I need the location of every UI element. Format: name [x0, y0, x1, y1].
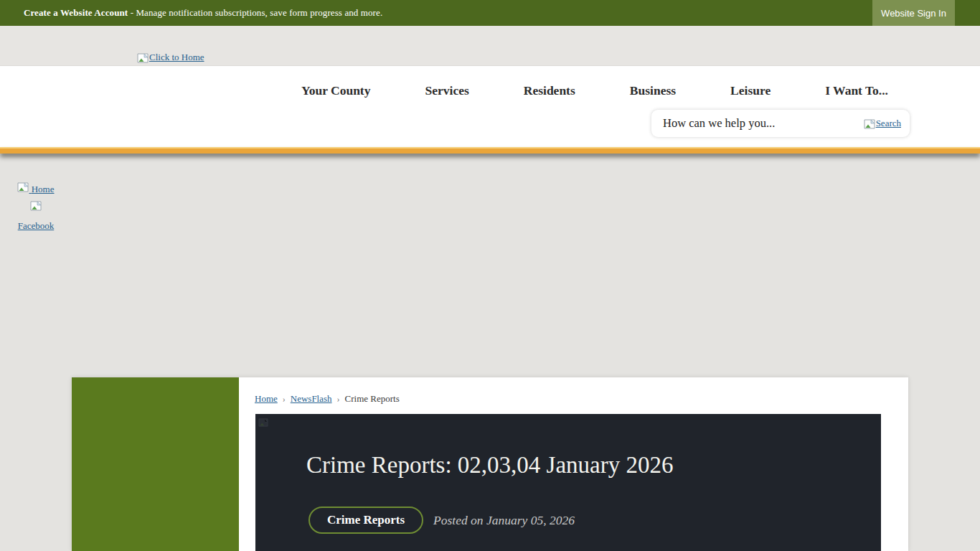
gold-accent-bar	[0, 147, 980, 154]
broken-image-icon	[137, 53, 149, 63]
article-panel: Crime Reports: 02,03,04 January 2026 Cri…	[255, 414, 881, 551]
home-logo-link[interactable]: Click to Home	[137, 52, 204, 63]
website-sign-in-button[interactable]: Website Sign In	[872, 0, 955, 26]
breadcrumb-newsflash-link[interactable]: NewsFlash	[291, 393, 332, 405]
nav-services[interactable]: Services	[425, 83, 469, 98]
nav-i-want-to[interactable]: I Want To...	[825, 83, 888, 98]
article-meta: Crime Reports Posted on January 05, 2026	[308, 506, 575, 534]
account-bar-text: Create a Website Account - Manage notifi…	[24, 7, 382, 19]
breadcrumb-separator: ›	[337, 394, 340, 405]
create-account-link[interactable]: Create a Website Account	[24, 7, 128, 18]
breadcrumb-home-link[interactable]: Home	[255, 393, 278, 405]
search-input[interactable]	[651, 110, 864, 137]
nav-business[interactable]: Business	[630, 83, 676, 98]
category-badge[interactable]: Crime Reports	[308, 507, 423, 534]
breadcrumb: Home › NewsFlash › Crime Reports	[255, 393, 400, 405]
home-logo-label: Click to Home	[149, 52, 204, 63]
breadcrumb-current: Crime Reports	[345, 393, 400, 405]
broken-image-icon	[17, 182, 29, 192]
nav-leisure[interactable]: Leisure	[730, 83, 771, 98]
search-submit-link[interactable]: Search	[864, 118, 901, 129]
account-bar-subtext: - Manage notification subscriptions, sav…	[131, 7, 383, 18]
quick-link-home-label: Home	[32, 184, 55, 194]
broken-image-icon	[864, 119, 875, 129]
article-title: Crime Reports: 02,03,04 January 2026	[306, 452, 673, 479]
site-search: Search	[651, 110, 910, 137]
quick-link-home[interactable]: Home	[17, 184, 54, 194]
nav-your-county[interactable]: Your County	[301, 83, 370, 98]
nav-residents[interactable]: Residents	[524, 83, 575, 98]
quick-links: Home Facebook	[11, 179, 60, 235]
broken-image-icon	[30, 201, 42, 211]
breadcrumb-separator: ›	[283, 394, 286, 405]
quick-link-facebook[interactable]: Facebook	[18, 202, 55, 232]
quick-link-facebook-label: Facebook	[18, 220, 55, 231]
posted-date: Posted on January 05, 2026	[433, 513, 575, 528]
search-submit-label: Search	[876, 118, 901, 129]
account-bar: Create a Website Account - Manage notifi…	[0, 0, 980, 26]
main-navigation: Your County Services Residents Business …	[301, 79, 888, 102]
broken-image-icon	[258, 418, 268, 427]
content-panel: Home › NewsFlash › Crime Reports Crime R…	[72, 377, 908, 551]
left-sidebar	[72, 377, 239, 551]
